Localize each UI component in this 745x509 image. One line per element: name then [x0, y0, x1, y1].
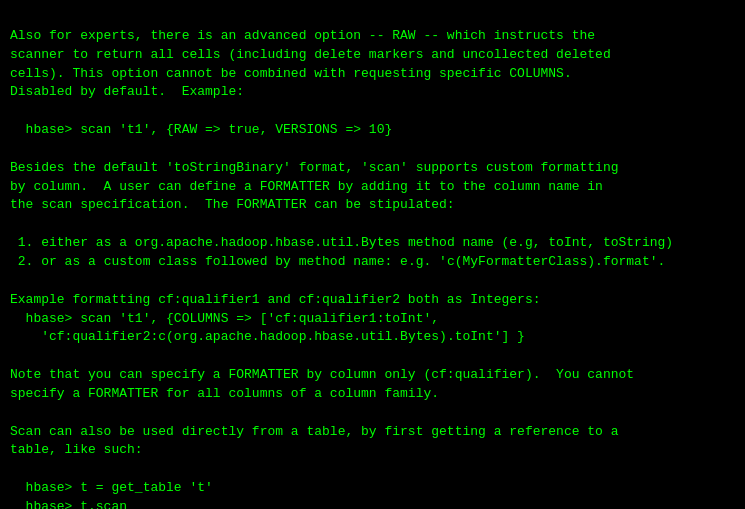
terminal-line: scanner to return all cells (including d… — [10, 46, 735, 65]
terminal-line — [10, 140, 735, 159]
terminal-line: Disabled by default. Example: — [10, 83, 735, 102]
terminal-line: hbase> t.scan — [10, 498, 735, 509]
terminal-line: Note that you can specify a FORMATTER by… — [10, 366, 735, 385]
terminal-line: the scan specification. The FORMATTER ca… — [10, 196, 735, 215]
terminal-line — [10, 215, 735, 234]
terminal-line: table, like such: — [10, 441, 735, 460]
terminal-output: Also for experts, there is an advanced o… — [10, 8, 735, 509]
terminal-line: specify a FORMATTER for all columns of a… — [10, 385, 735, 404]
terminal-line: Besides the default 'toStringBinary' for… — [10, 159, 735, 178]
terminal-line — [10, 272, 735, 291]
terminal-line — [10, 347, 735, 366]
terminal-line: Scan can also be used directly from a ta… — [10, 423, 735, 442]
terminal-line: hbase> scan 't1', {RAW => true, VERSIONS… — [10, 121, 735, 140]
terminal-line: by column. A user can define a FORMATTER… — [10, 178, 735, 197]
terminal-line: 2. or as a custom class followed by meth… — [10, 253, 735, 272]
terminal-line: cells). This option cannot be combined w… — [10, 65, 735, 84]
terminal-line: Example formatting cf:qualifier1 and cf:… — [10, 291, 735, 310]
terminal-line: hbase> scan 't1', {COLUMNS => ['cf:quali… — [10, 310, 735, 329]
terminal-line — [10, 404, 735, 423]
terminal-line: Also for experts, there is an advanced o… — [10, 27, 735, 46]
terminal-line: 1. either as a org.apache.hadoop.hbase.u… — [10, 234, 735, 253]
terminal-line: hbase> t = get_table 't' — [10, 479, 735, 498]
terminal-line: 'cf:qualifier2:c(org.apache.hadoop.hbase… — [10, 328, 735, 347]
terminal-line — [10, 102, 735, 121]
terminal-line — [10, 460, 735, 479]
